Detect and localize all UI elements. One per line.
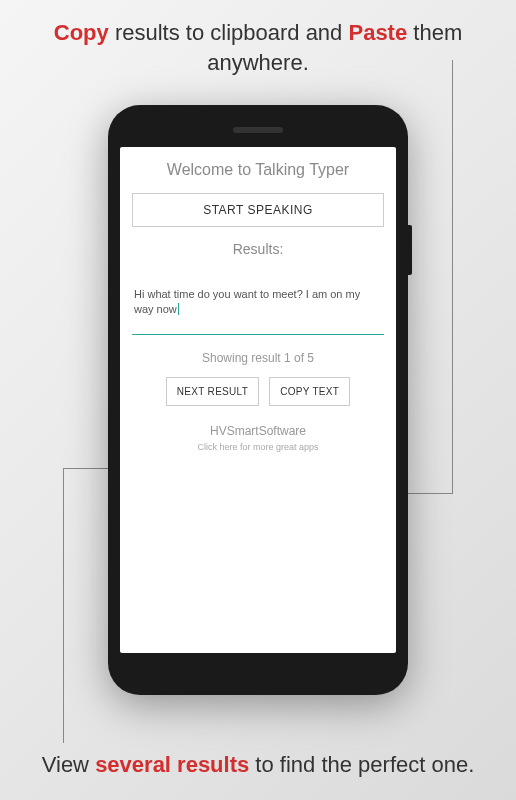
phone-screen: Welcome to Talking Typer START SPEAKING … [120,147,396,653]
highlight-copy: Copy [54,20,109,45]
result-text-field[interactable]: Hi what time do you want to meet? I am o… [132,287,384,335]
result-status: Showing result 1 of 5 [132,351,384,365]
highlight-several: several results [95,752,249,777]
app-title: Welcome to Talking Typer [132,161,384,179]
copy-text-button[interactable]: COPY TEXT [269,377,350,406]
caption-text-4: to find the perfect one. [249,752,474,777]
company-name: HVSmartSoftware [132,424,384,438]
caption-text-3: View [42,752,95,777]
start-speaking-button[interactable]: START SPEAKING [132,193,384,227]
phone-frame: Welcome to Talking Typer START SPEAKING … [108,105,408,695]
next-result-button[interactable]: NEXT RESULT [166,377,259,406]
button-row: NEXT RESULT COPY TEXT [132,377,384,406]
more-apps-link[interactable]: Click here for more great apps [132,442,384,452]
highlight-paste: Paste [348,20,407,45]
top-marketing-caption: Copy results to clipboard and Paste them… [0,0,516,87]
results-label: Results: [132,241,384,257]
caption-text-1: results to clipboard and [109,20,349,45]
bottom-marketing-caption: View several results to find the perfect… [0,750,516,780]
